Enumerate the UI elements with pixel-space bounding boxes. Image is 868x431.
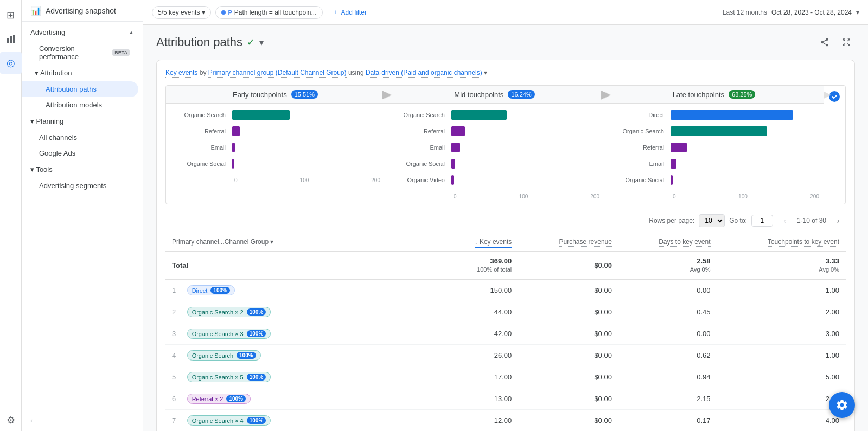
share-btn[interactable]	[816, 34, 833, 51]
mid-badge: 16.24%	[508, 90, 534, 99]
conversion-performance-item[interactable]: Conversion performance BETA	[22, 41, 138, 65]
card-subtitle: Key events by Primary channel group (Def…	[165, 69, 846, 76]
key-events-filter[interactable]: 5/5 key events ▾	[152, 6, 211, 19]
early-bar-chart: Organic Search Referral Em	[166, 104, 385, 188]
attribution-models-item[interactable]: Attribution models	[22, 97, 138, 113]
rows-per-page-select[interactable]: 10 25 50	[699, 214, 725, 227]
collapse-btn[interactable]: ‹	[30, 417, 33, 424]
advertising-section-label: Advertising	[30, 28, 65, 36]
page-title: Attribution paths ✓ ▾	[156, 35, 264, 49]
date-dropdown-icon[interactable]: ▾	[856, 9, 859, 16]
attribution-paths-item[interactable]: Attribution paths	[22, 81, 138, 97]
settings-nav-icon[interactable]: ⚙	[0, 409, 22, 431]
google-ads-item[interactable]: Google Ads	[22, 145, 138, 161]
attribution-group[interactable]: ▾ Attribution	[22, 65, 143, 81]
col-purchase-revenue[interactable]: Purchase revenue	[518, 233, 618, 252]
fab-settings[interactable]	[829, 392, 855, 418]
top-bar: 5/5 key events ▾ P Path length = all tou…	[143, 0, 868, 25]
col-path[interactable]: Primary channel...Channel Group ▾	[165, 233, 442, 252]
sidebar-top-icon: 📊	[30, 5, 41, 16]
filter-dot	[221, 10, 226, 15]
late-badge: 68.25%	[729, 90, 755, 99]
late-touchpoints-section: Late touchpoints 68.25% Direct Organic S…	[604, 86, 824, 204]
early-badge: 15.51%	[291, 90, 318, 99]
svg-rect-1	[10, 36, 12, 43]
attribution-card: Key events by Primary channel group (Def…	[156, 60, 855, 431]
icon-nav: ⊞ ◎ ⚙	[0, 0, 22, 431]
home-nav-icon[interactable]: ⊞	[0, 4, 22, 26]
attribution-paths-label: Attribution paths	[46, 85, 97, 93]
tools-section[interactable]: ▾ Tools	[22, 161, 143, 178]
planning-section[interactable]: ▾ Planning	[22, 113, 143, 130]
sidebar: 📊 Advertising snapshot Advertising ▲ Con…	[22, 0, 143, 431]
total-row: Total 369.00 100% of total $0.00 2.58 Av…	[165, 252, 846, 280]
touchpoints-container: Early touchpoints 15.51% ▶ Organic Searc…	[165, 85, 846, 204]
main-content: 5/5 key events ▾ P Path length = all tou…	[143, 0, 868, 431]
early-touchpoints-header: Early touchpoints 15.51% ▶	[166, 86, 385, 104]
attribution-table: Primary channel...Channel Group ▾ ↓ Key …	[165, 233, 846, 431]
late-bar-chart: Direct Organic Search Refe	[604, 104, 824, 204]
table-row: 6 Referral × 2 100% 13.00 $0.00 2.15 2.0…	[165, 388, 846, 410]
col-days[interactable]: Days to key event	[618, 233, 717, 252]
check-icon: ✓	[247, 36, 255, 48]
page-content: Attribution paths ✓ ▾ Key events by Prim…	[143, 25, 868, 431]
mid-bar-chart: Organic Search Referral Em	[385, 104, 604, 204]
table-row: 1 Direct 100% 150.00 $0.00 0.00 1.00	[165, 279, 846, 301]
advertising-segments-item[interactable]: Advertising segments	[22, 178, 138, 194]
bar-chart-nav-icon[interactable]	[0, 28, 22, 50]
path-length-filter[interactable]: P Path length = all touchpoin...	[215, 6, 322, 19]
next-page-btn[interactable]: ›	[831, 213, 846, 228]
table-controls: Rows per page: 10 25 50 Go to: ‹ 1-10 of…	[165, 213, 846, 228]
col-key-events[interactable]: ↓ Key events	[442, 233, 518, 252]
analytics-nav-icon[interactable]: ◎	[0, 52, 22, 74]
title-caret[interactable]: ▾	[259, 37, 264, 48]
col-touchpoints[interactable]: Touchpoints to key event	[717, 233, 846, 252]
svg-rect-0	[7, 38, 9, 43]
table-row: 2 Organic Search × 2 100% 44.00 $0.00 0.…	[165, 301, 846, 323]
page-header: Attribution paths ✓ ▾	[156, 34, 855, 51]
attribution-models-label: Attribution models	[46, 101, 102, 109]
table-row: 3 Organic Search × 3 100% 42.00 $0.00 0.…	[165, 323, 846, 345]
advertising-section[interactable]: Advertising ▲	[22, 24, 143, 41]
advertising-snapshot-nav[interactable]: 📊 Advertising snapshot	[22, 0, 143, 22]
mid-touchpoints-header: Mid touchpoints 16.24% ▶	[385, 86, 604, 104]
late-touchpoints-header: Late touchpoints 68.25%	[604, 86, 824, 104]
sidebar-top-label: Advertising snapshot	[46, 7, 116, 15]
sidebar-bottom: ‹	[22, 410, 143, 431]
table-row: 4 Organic Search 100% 26.00 $0.00 0.62 1…	[165, 345, 846, 366]
table-row: 7 Organic Search × 4 100% 12.00 $0.00 0.…	[165, 410, 846, 432]
date-range-display: Last 12 months Oct 28, 2023 - Oct 28, 20…	[723, 9, 859, 16]
expand-btn[interactable]	[838, 34, 855, 51]
touchpoints-checkbox-col	[824, 86, 845, 204]
go-to-input[interactable]	[751, 215, 773, 227]
svg-rect-2	[13, 35, 15, 43]
table-row: 5 Organic Search × 5 100% 17.00 $0.00 0.…	[165, 366, 846, 388]
early-touchpoints-section: Early touchpoints 15.51% ▶ Organic Searc…	[166, 86, 385, 204]
mid-touchpoints-section: Mid touchpoints 16.24% ▶ Organic Search	[385, 86, 604, 204]
prev-page-btn[interactable]: ‹	[777, 213, 793, 228]
page-actions	[816, 34, 855, 51]
advertising-chevron: ▲	[129, 29, 134, 35]
all-channels-item[interactable]: All channels	[22, 130, 138, 145]
add-filter-btn[interactable]: ＋ Add filter	[327, 5, 372, 19]
plus-icon: ＋	[333, 8, 339, 17]
